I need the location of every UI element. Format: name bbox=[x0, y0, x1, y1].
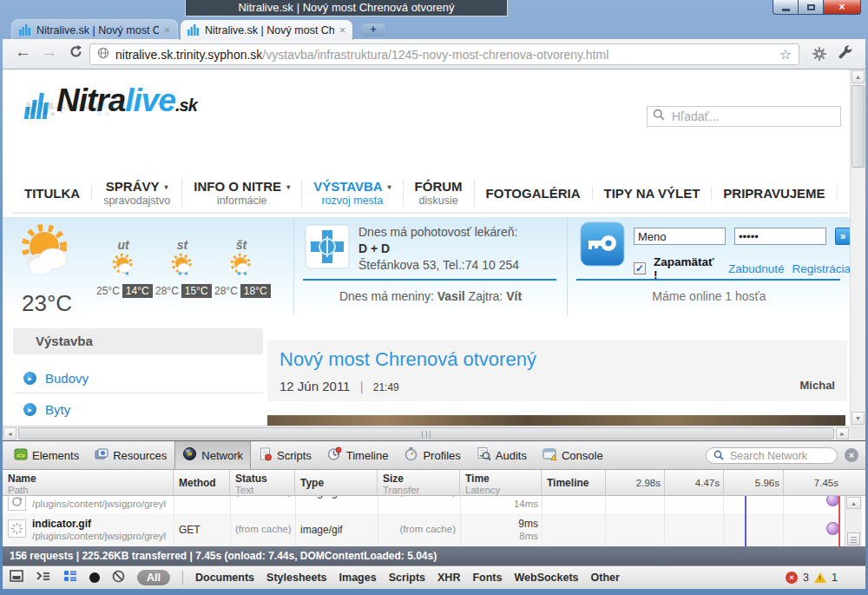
password-input[interactable] bbox=[734, 228, 826, 245]
reload-button[interactable] bbox=[69, 44, 83, 63]
devtools-tab-console[interactable]: Console bbox=[535, 441, 611, 469]
devtools-tab-resources[interactable]: Resources bbox=[87, 441, 174, 469]
weather-sun-cloud-icon bbox=[15, 221, 81, 292]
pharmacy-info: Dnes má pohotovosť lekáreň: D + D Štefán… bbox=[358, 224, 519, 274]
site-search-box[interactable] bbox=[647, 106, 841, 127]
nav-item-fotogaleria[interactable]: FOTOGALÉRIA bbox=[475, 186, 593, 201]
nav-item-info-o-nitre[interactable]: INFO O NITRE▾informácie bbox=[182, 179, 302, 207]
logo-reflection: Nitralive.sk bbox=[23, 102, 164, 118]
vertical-scrollbar[interactable]: ▲ ▼ bbox=[850, 69, 865, 426]
login-widget: » ✓ Zapamätať ! Zabudnuté Registrácia Má… bbox=[567, 217, 851, 314]
vertical-scrollbar-thumb[interactable] bbox=[852, 85, 865, 168]
warning-icon[interactable]: ! bbox=[814, 572, 826, 583]
horizontal-scrollbar[interactable]: ◄ ► bbox=[3, 426, 850, 440]
devtools-search-box[interactable] bbox=[706, 447, 838, 464]
devtools-bottom-toolbar: All Documents Stylesheets Images Scripts… bbox=[3, 565, 865, 589]
scroll-up-icon[interactable]: ▲ bbox=[852, 70, 865, 83]
minimize-button[interactable] bbox=[773, 0, 799, 15]
bookmark-star-icon[interactable]: ☆ bbox=[779, 46, 792, 63]
nav-item-titulka[interactable]: TITULKA bbox=[13, 186, 92, 201]
url-path: /vystavba/infrastruktura/1245-novy-most-… bbox=[262, 48, 608, 62]
scroll-right-icon[interactable]: ► bbox=[836, 427, 849, 440]
column-size-transfer[interactable]: Size Transfer bbox=[378, 470, 460, 496]
horizontal-scrollbar-thumb[interactable] bbox=[18, 427, 834, 440]
maximize-button[interactable] bbox=[799, 0, 824, 15]
minimize-icon bbox=[782, 9, 790, 11]
tab-close-icon[interactable]: × bbox=[339, 24, 345, 36]
filter-images[interactable]: Images bbox=[339, 572, 377, 584]
filter-documents[interactable]: Documents bbox=[195, 572, 254, 584]
sidebar-title: Výstavba bbox=[13, 328, 263, 354]
devtools-tab-audits[interactable]: Audits bbox=[469, 441, 535, 469]
nav-item-vystavba[interactable]: VÝSTAVBA▾rozvoj mesta bbox=[302, 179, 403, 207]
url-text: nitralive.sk.trinity.syphon.sk/vystavba/… bbox=[115, 48, 608, 62]
wrench-menu-icon[interactable] bbox=[838, 45, 853, 64]
nav-item-spravy[interactable]: SPRÁVY▾spravodajstvo bbox=[92, 179, 182, 207]
large-rows-toggle-icon[interactable] bbox=[63, 570, 77, 585]
pharmacy-intro: Dnes má pohotovosť lekáreň: bbox=[358, 224, 519, 241]
warning-count[interactable]: 1 bbox=[832, 572, 838, 584]
close-button[interactable]: × bbox=[824, 0, 861, 15]
filter-fonts[interactable]: Fonts bbox=[472, 572, 502, 584]
current-temperature: 23°C bbox=[22, 290, 72, 317]
sidebar-item-budovy[interactable]: ▶ Budovy bbox=[15, 365, 263, 391]
devtools-tab-profiles[interactable]: Profiles bbox=[396, 441, 468, 469]
browser-window: Nitralive.sk | Nový most Chrenová otvore… bbox=[0, 0, 868, 595]
login-submit-button[interactable]: » bbox=[835, 228, 851, 245]
nav-item-pripravujeme[interactable]: PRIPRAVUJEME bbox=[712, 186, 837, 201]
address-bar[interactable]: nitralive.sk.trinity.syphon.sk/vystavba/… bbox=[89, 43, 799, 65]
devtools-tab-network[interactable]: Network bbox=[174, 441, 251, 469]
clear-button[interactable] bbox=[112, 570, 125, 586]
column-method[interactable]: Method bbox=[174, 470, 230, 496]
filter-xhr[interactable]: XHR bbox=[437, 572, 460, 584]
chevron-down-icon: ▾ bbox=[286, 183, 290, 191]
column-status-text[interactable]: Status Text bbox=[230, 470, 295, 496]
console-toggle-icon[interactable] bbox=[36, 570, 51, 585]
svg-text:<>: <> bbox=[16, 451, 25, 459]
error-count[interactable]: 3 bbox=[803, 572, 809, 584]
devtools-tab-timeline[interactable]: Timeline bbox=[319, 441, 397, 469]
filter-stylesheets[interactable]: Stylesheets bbox=[266, 572, 326, 584]
tab-close-icon[interactable]: × bbox=[164, 24, 170, 36]
record-button[interactable] bbox=[89, 572, 100, 583]
sidebar-item-byty[interactable]: ▶ Byty bbox=[15, 396, 263, 422]
filter-websockets[interactable]: WebSockets bbox=[514, 572, 578, 584]
devtools-tab-scripts[interactable]: Scripts bbox=[251, 441, 319, 469]
devtools-search-input[interactable] bbox=[728, 449, 824, 463]
web-page: Nitralive.sk Nitralive.sk TITULKA SPRÁVY… bbox=[3, 69, 865, 440]
pharmacy-address: Štefánkova 53, Tel.:74 10 254 bbox=[358, 257, 519, 274]
tab-1[interactable]: Nitralive.sk | Nový most Ch × bbox=[11, 19, 178, 40]
timeline-tick: 4.47s bbox=[664, 470, 723, 496]
remember-checkbox[interactable]: ✓ bbox=[634, 262, 646, 274]
divider bbox=[182, 571, 183, 585]
forward-button[interactable]: → bbox=[41, 43, 57, 62]
forgot-password-link[interactable]: Zabudnuté bbox=[728, 262, 785, 275]
nav-item-forum[interactable]: FÓRUMdiskusie bbox=[404, 179, 475, 207]
new-tab-button[interactable]: + bbox=[360, 23, 386, 37]
username-input[interactable] bbox=[634, 228, 726, 245]
register-link[interactable]: Registrácia bbox=[792, 262, 851, 275]
filter-scripts[interactable]: Scripts bbox=[389, 572, 425, 584]
scroll-down-icon[interactable]: ▼ bbox=[852, 412, 865, 425]
column-type[interactable]: Type bbox=[295, 470, 378, 496]
remember-label: Zapamätať ! bbox=[654, 255, 720, 281]
tab-2-active[interactable]: Nitralive.sk | Nový most Ch × bbox=[180, 19, 353, 40]
forecast-day: št 28°C18°C bbox=[214, 217, 268, 297]
nav-item-tipy-na-vylet[interactable]: TIPY NA VÝLET bbox=[593, 186, 713, 201]
article-date: 12 Jún 2011 bbox=[279, 379, 350, 393]
extension-gear-icon[interactable] bbox=[812, 46, 827, 65]
devtools-tab-elements[interactable]: <> Elements bbox=[6, 441, 87, 469]
column-timeline[interactable]: Timeline bbox=[542, 470, 605, 496]
back-button[interactable]: ← bbox=[15, 43, 31, 62]
filter-other[interactable]: Other bbox=[591, 572, 620, 584]
devtools-close-button[interactable]: × bbox=[845, 448, 858, 462]
cell-time: 9ms bbox=[460, 518, 538, 530]
error-icon[interactable]: × bbox=[786, 572, 798, 584]
timeline-dot bbox=[826, 522, 839, 535]
scroll-left-icon[interactable]: ◄ bbox=[3, 427, 16, 440]
filter-all[interactable]: All bbox=[137, 570, 170, 585]
dock-toggle-icon[interactable] bbox=[10, 570, 23, 585]
site-search-input[interactable] bbox=[670, 109, 835, 124]
column-name-path[interactable]: Name Path bbox=[3, 470, 174, 496]
column-time-latency[interactable]: Time Latency bbox=[460, 470, 542, 496]
